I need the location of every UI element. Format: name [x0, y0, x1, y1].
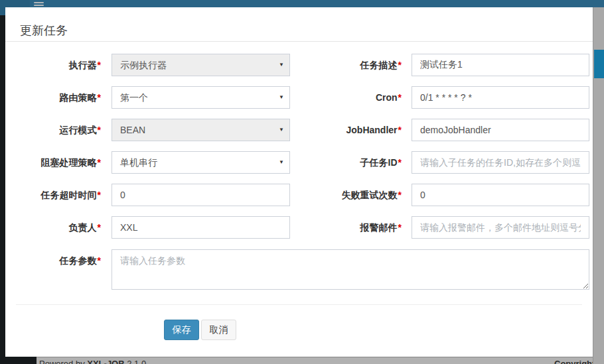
timeout-label: 任务超时时间*	[16, 184, 101, 206]
executor-select[interactable]: 示例执行器 ▼	[112, 54, 290, 76]
glue-type-label: 运行模式*	[16, 119, 101, 141]
powered-by-text: Powered by XXL-JOB 2.1.0	[39, 359, 146, 364]
job-desc-input[interactable]	[412, 54, 589, 76]
brand-name: XXL-JOB	[87, 359, 124, 364]
required-mark: *	[98, 255, 101, 266]
executor-label: 执行器*	[16, 54, 101, 76]
fail-retry-input[interactable]	[412, 184, 589, 206]
timeout-input[interactable]	[112, 184, 290, 206]
required-mark: *	[98, 125, 101, 135]
vertical-scrollbar[interactable]	[593, 7, 604, 364]
form-divider	[16, 304, 582, 305]
chevron-down-icon: ▼	[279, 95, 284, 100]
required-mark: *	[98, 157, 101, 168]
fail-retry-label: 失败重试次数*	[304, 184, 402, 206]
job-param-label: 任务参数*	[16, 249, 101, 272]
required-mark: *	[98, 190, 101, 200]
block-strategy-label: 阻塞处理策略*	[16, 151, 101, 174]
child-jobid-input[interactable]	[412, 151, 589, 174]
alarm-email-label: 报警邮件*	[304, 216, 402, 239]
dimmed-sidebar-bottom	[5, 357, 37, 364]
author-input[interactable]	[112, 216, 290, 239]
route-strategy-label: 路由策略*	[16, 86, 101, 109]
required-mark: *	[398, 92, 402, 103]
chevron-down-icon: ▼	[279, 62, 284, 68]
required-mark: *	[398, 125, 402, 135]
required-mark: *	[398, 157, 402, 168]
required-mark: *	[398, 60, 402, 70]
chevron-down-icon: ▼	[279, 127, 284, 133]
header-divider	[5, 41, 593, 42]
required-mark: *	[398, 190, 402, 200]
job-desc-label: 任务描述*	[304, 54, 402, 76]
route-strategy-select[interactable]: 第一个 ▼	[112, 86, 290, 109]
job-handler-input[interactable]	[412, 119, 589, 141]
modal-title: 更新任务	[20, 24, 68, 37]
required-mark: *	[98, 92, 101, 103]
sidebar-toggle-button[interactable]	[33, 0, 49, 7]
job-handler-label: JobHandler*	[304, 119, 402, 141]
navbar-logo-edge	[0, 7, 5, 15]
scrollbar-thumb[interactable]	[594, 50, 604, 78]
block-strategy-select[interactable]: 单机串行 ▼	[112, 151, 290, 174]
child-jobid-label: 子任务ID*	[304, 151, 402, 174]
save-button[interactable]: 保存	[164, 320, 199, 340]
job-param-textarea[interactable]	[112, 249, 589, 290]
glue-type-select[interactable]: BEAN ▼	[112, 119, 290, 141]
copyright-text: Copyright © 2	[554, 359, 593, 364]
alarm-email-input[interactable]	[412, 216, 589, 239]
cancel-button[interactable]: 取消	[201, 320, 236, 340]
required-mark: *	[398, 222, 402, 233]
top-navbar	[0, 0, 604, 7]
navbar-logo-area	[0, 0, 30, 7]
update-job-modal: 更新任务 执行器* 示例执行器 ▼ 任务描述* 路由策略* 第一个 ▼ Cron…	[5, 7, 593, 357]
page-footer: Powered by XXL-JOB 2.1.0 Copyright © 2	[37, 357, 593, 364]
chevron-down-icon: ▼	[279, 160, 284, 165]
author-label: 负责人*	[16, 216, 101, 239]
dimmed-sidebar-strip	[0, 15, 5, 364]
required-mark: *	[98, 222, 101, 233]
required-mark: *	[98, 60, 101, 70]
cron-label: Cron*	[304, 86, 402, 109]
cron-input[interactable]	[412, 86, 589, 109]
